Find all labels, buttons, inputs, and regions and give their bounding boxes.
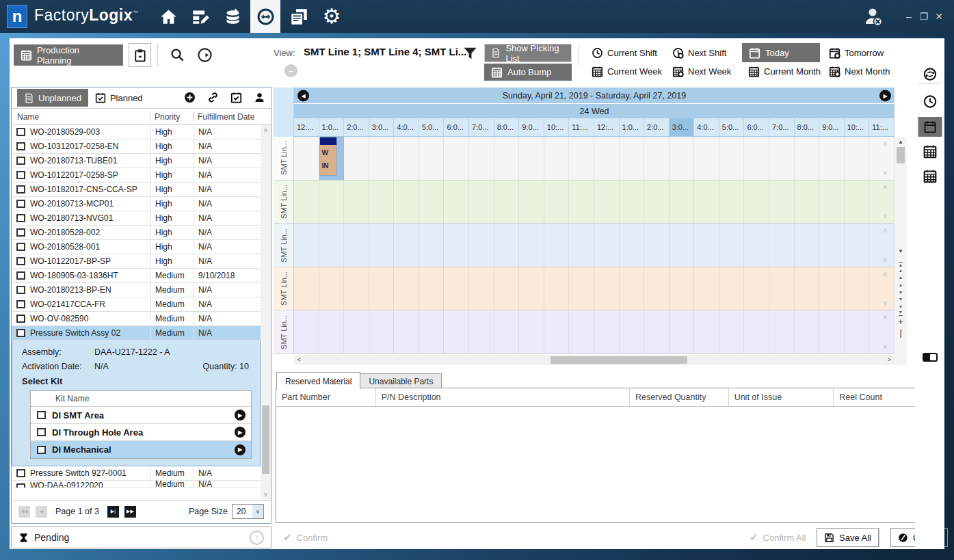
tab-reserved-material[interactable]: Reserved Material: [276, 372, 360, 390]
checkbox[interactable]: [16, 315, 25, 323]
schedule-cell[interactable]: [319, 181, 345, 224]
schedule-cell[interactable]: [319, 310, 345, 354]
remove-view-icon[interactable]: –: [284, 64, 297, 77]
work-order-row[interactable]: WO-20180713-MCP01HighN/A: [12, 197, 261, 211]
schedule-cell[interactable]: [594, 137, 620, 180]
schedule-cell[interactable]: [845, 137, 870, 180]
schedule-cell[interactable]: [694, 310, 719, 354]
schedule-cell[interactable]: [294, 137, 319, 180]
work-order-row[interactable]: WO-DAA-09122020MediumN/A: [12, 481, 261, 488]
work-order-row[interactable]: WO-OV-082590MediumN/A: [12, 312, 261, 326]
minimize-button[interactable]: –: [902, 11, 916, 22]
schedule-cell[interactable]: [744, 181, 769, 224]
checkbox[interactable]: [37, 428, 46, 436]
schedule-cell[interactable]: [544, 181, 570, 224]
confirm-button[interactable]: ✔ Confirm: [276, 528, 334, 547]
kit-open-icon[interactable]: ▶: [235, 444, 246, 455]
scheduler-vscrollbar[interactable]: ▲ ▼ ▲▲ ▲ ▲ ▼ ▼ ▼▼ + ∣: [895, 137, 907, 365]
checkbox[interactable]: [16, 171, 25, 179]
schedule-cell[interactable]: [519, 310, 544, 354]
schedule-cell[interactable]: [319, 267, 345, 310]
checkbox[interactable]: [16, 228, 25, 237]
checkbox[interactable]: [16, 483, 25, 488]
schedule-cell[interactable]: [394, 267, 419, 310]
work-order-row[interactable]: WO-10122017-0258-SPHighN/A: [12, 168, 261, 183]
current-week-button[interactable]: Current Week: [592, 66, 662, 77]
schedule-cell[interactable]: [594, 181, 620, 224]
work-order-row[interactable]: Pressure Switch Assy 02MediumN/A: [12, 326, 261, 341]
checkbox[interactable]: [16, 329, 25, 337]
schedule-cell[interactable]: [469, 267, 494, 310]
materials-icon[interactable]: [217, 0, 248, 33]
schedule-cell[interactable]: [694, 137, 719, 180]
kit-row[interactable]: DI Mechanical▶: [31, 441, 251, 458]
schedule-cell[interactable]: [294, 310, 319, 354]
schedule-cell[interactable]: [845, 224, 870, 267]
schedule-cell[interactable]: [670, 267, 695, 310]
checkbox[interactable]: [16, 271, 25, 280]
work-order-row[interactable]: WO-20180528-001HighN/A: [12, 240, 261, 254]
month-view-icon[interactable]: [923, 169, 937, 186]
panel-toggle-icon[interactable]: [923, 353, 938, 362]
settings-gear-icon[interactable]: ⚙: [317, 0, 347, 33]
schedule-cell[interactable]: [394, 137, 419, 180]
schedule-cell[interactable]: [444, 267, 469, 310]
row-scroll-up-icon[interactable]: ∧: [883, 271, 888, 278]
shift-view-icon[interactable]: [923, 94, 937, 111]
schedule-cell[interactable]: [444, 137, 469, 180]
column-p-n-description[interactable]: P/N Description: [376, 388, 630, 406]
schedule-cell[interactable]: [869, 137, 895, 180]
schedule-cell[interactable]: [544, 137, 570, 180]
kit-row[interactable]: DI SMT Area▶: [31, 407, 251, 424]
page-up-icon[interactable]: ▲: [899, 275, 903, 280]
schedule-cell[interactable]: [519, 137, 544, 180]
time-slot[interactable]: 2:0...: [344, 118, 369, 137]
tab-planned[interactable]: Planned: [95, 92, 143, 103]
time-slot[interactable]: 11:...: [569, 118, 594, 137]
schedule-cell[interactable]: [469, 224, 494, 267]
time-slot[interactable]: 8:0...: [795, 118, 820, 137]
schedule-cell[interactable]: [869, 310, 895, 354]
vscrollbar-thumb[interactable]: [897, 147, 905, 163]
schedule-cell[interactable]: [670, 181, 695, 224]
schedule-cell[interactable]: [294, 267, 319, 310]
work-order-row[interactable]: WO-021417CCA-FRMediumN/A: [12, 297, 261, 312]
time-slot[interactable]: 3:0...: [670, 118, 695, 137]
schedule-cell[interactable]: [644, 310, 670, 354]
next-shift-button[interactable]: Next Shift: [672, 47, 726, 59]
scroll-up-icon[interactable]: ∧: [261, 125, 271, 135]
schedule-cell[interactable]: [469, 310, 494, 354]
view-selector[interactable]: SMT Line 1; SMT Line 4; SMT Li...: [304, 46, 466, 57]
next-week-button[interactable]: Next Week: [672, 66, 731, 77]
work-order-row[interactable]: WO-180905-03-1836HTMedium9/10/2018: [12, 269, 261, 283]
schedule-cell[interactable]: [719, 224, 745, 267]
jump-top-icon[interactable]: ▲▲: [899, 262, 903, 273]
schedule-cell[interactable]: [744, 267, 769, 310]
time-slot[interactable]: 5:0...: [719, 118, 745, 137]
day-view-icon[interactable]: [918, 117, 942, 137]
today-button[interactable]: Today: [742, 43, 820, 62]
schedule-cell[interactable]: [795, 310, 820, 354]
production-planning-button[interactable]: Production Planning: [14, 44, 123, 66]
schedule-cell[interactable]: [294, 181, 319, 224]
sync-icon[interactable]: [923, 67, 937, 84]
add-work-order-icon[interactable]: [184, 92, 196, 106]
schedule-cell[interactable]: [644, 137, 670, 180]
schedule-cell[interactable]: [769, 310, 795, 354]
schedule-cell[interactable]: [769, 181, 795, 224]
schedule-cell[interactable]: [694, 224, 719, 267]
work-order-row[interactable]: WO-20180713-TUBE01HighN/A: [12, 154, 261, 168]
next-range-icon[interactable]: ▶: [879, 90, 891, 101]
page-down-icon[interactable]: ▼: [899, 297, 903, 302]
schedule-cell[interactable]: [319, 224, 345, 267]
checkbox[interactable]: [16, 300, 25, 308]
scroll-down-icon[interactable]: ∨: [261, 490, 271, 500]
home-icon[interactable]: [153, 0, 183, 33]
schedule-cell[interactable]: [519, 267, 544, 310]
schedule-cell[interactable]: [444, 181, 469, 224]
kit-open-icon[interactable]: ▶: [235, 410, 246, 421]
column-name[interactable]: Name: [12, 112, 150, 122]
schedule-cell[interactable]: [344, 224, 369, 267]
work-order-row[interactable]: WO-20180528-002HighN/A: [12, 226, 261, 240]
scheduler-hscrollbar[interactable]: < >: [294, 355, 895, 365]
